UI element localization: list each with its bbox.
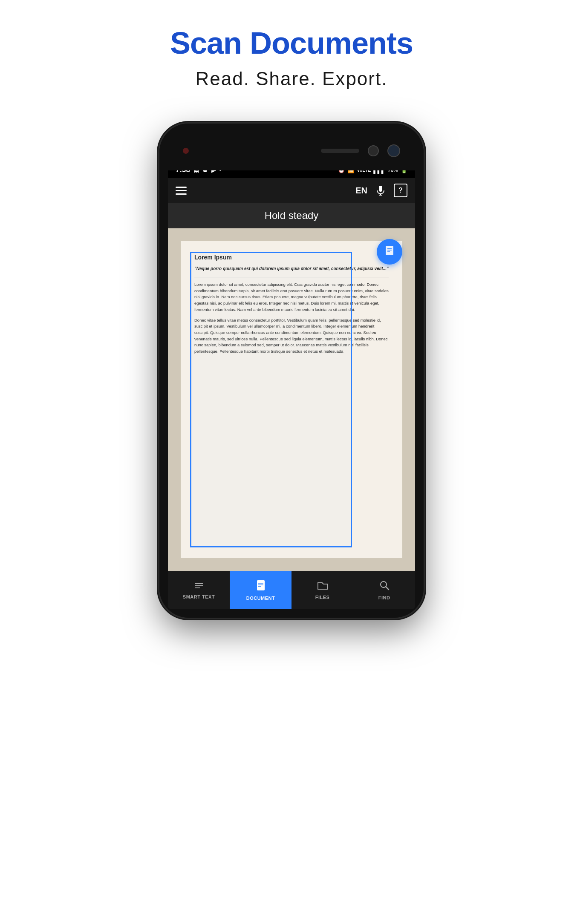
- nav-label-document: DOCUMENT: [246, 596, 275, 601]
- led-indicator: [183, 148, 189, 154]
- phone-screen: 7:38 🖼 ⏺ ▶ • ⏰ 📶 VoLTE ▌▌▌ 78% 🔋: [168, 162, 415, 609]
- nav-label-find: FIND: [378, 595, 390, 600]
- help-button[interactable]: ?: [394, 184, 407, 197]
- instruction-bar: Hold steady: [168, 203, 415, 228]
- doc-icon: [384, 245, 395, 259]
- power-button: [424, 234, 426, 260]
- page-subtitle: Read. Share. Export.: [196, 68, 388, 89]
- nav-label-files: FILES: [315, 595, 330, 600]
- page-title: Scan Documents: [170, 26, 413, 60]
- camera-view: Lorem Ipsum "Neque porro quisquam est qu…: [168, 228, 415, 571]
- app-bar: EN ?: [168, 178, 415, 203]
- smart-text-icon: [194, 581, 204, 592]
- nav-item-find[interactable]: FIND: [353, 571, 415, 609]
- hamburger-line-2: [176, 190, 187, 191]
- svg-line-15: [386, 587, 389, 590]
- svg-rect-0: [379, 186, 382, 192]
- svg-rect-10: [257, 580, 265, 590]
- hamburger-line-3: [176, 193, 187, 195]
- document-icon: [256, 580, 266, 593]
- nav-item-smart-text[interactable]: SMART TEXT: [168, 571, 230, 609]
- find-icon: [379, 580, 390, 593]
- bottom-nav: SMART TEXT DOCUMENT: [168, 571, 415, 609]
- hamburger-line-1: [176, 187, 187, 188]
- nav-item-document[interactable]: DOCUMENT: [230, 571, 292, 609]
- svg-rect-3: [386, 246, 393, 255]
- scan-border: [190, 252, 352, 547]
- phone-mockup: 7:38 🖼 ⏺ ▶ • ⏰ 📶 VoLTE ▌▌▌ 78% 🔋: [159, 124, 424, 618]
- language-button[interactable]: EN: [355, 186, 367, 196]
- camera-group: [321, 144, 400, 157]
- iris-scanner: [387, 144, 400, 157]
- nav-item-files[interactable]: FILES: [292, 571, 353, 609]
- files-icon: [317, 581, 328, 593]
- instruction-text: Hold steady: [265, 210, 319, 221]
- phone-top-bar: [159, 124, 424, 170]
- nav-label-smart-text: SMART TEXT: [183, 594, 215, 599]
- speaker: [321, 149, 359, 153]
- menu-button[interactable]: [176, 187, 187, 195]
- app-bar-actions: EN ?: [355, 183, 407, 198]
- microphone-button[interactable]: [373, 183, 388, 198]
- fab-document-button[interactable]: [377, 239, 402, 265]
- front-camera: [368, 145, 379, 156]
- document-preview: Lorem Ipsum "Neque porro quisquam est qu…: [181, 241, 402, 558]
